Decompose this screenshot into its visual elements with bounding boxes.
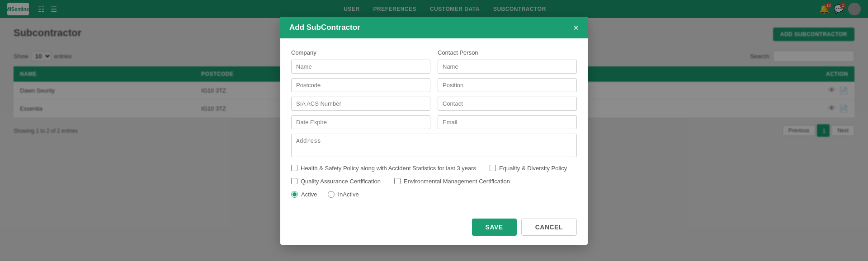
company-name-input[interactable] [291,60,430,74]
radio-inactive[interactable]: InActive [328,191,359,198]
sia-input[interactable] [291,97,430,111]
date-expire-input[interactable] [291,115,430,129]
modal-title: Add SubContractor [289,23,360,32]
checkbox-quality[interactable]: Quality Assurance Certification [291,178,381,185]
position-input[interactable] [438,78,577,92]
address-row [291,134,577,158]
checkbox-health-safety-input[interactable] [291,165,297,171]
company-label: Company [291,49,430,56]
checkbox-equality-input[interactable] [490,165,496,171]
checkbox-environmental-input[interactable] [394,178,401,184]
radio-active[interactable]: Active [291,191,317,198]
modal-overlay[interactable]: Add SubContractor × Company Contact Pers… [0,0,868,261]
email-input[interactable] [438,115,577,129]
checkbox-environmental[interactable]: Environmental Management Certification [394,178,510,185]
add-subcontractor-modal: Add SubContractor × Company Contact Pers… [280,17,588,245]
radio-inactive-label: InActive [338,191,359,198]
modal-body: Company Contact Person [280,38,588,214]
modal-close-button[interactable]: × [573,23,579,32]
modal-footer: SAVE CANCEL [280,214,588,245]
form-row-name [291,60,577,78]
radio-active-input[interactable] [291,191,298,198]
contact-input[interactable] [438,97,577,111]
cancel-button[interactable]: CANCEL [521,219,577,236]
form-row-postcode-position [291,78,577,97]
checkbox-health-safety[interactable]: Health & Safety Policy along with Accide… [291,165,476,172]
save-button[interactable]: SAVE [472,219,517,236]
checkbox-group: Health & Safety Policy along with Accide… [291,165,577,172]
address-input[interactable] [291,134,577,157]
contact-name-input[interactable] [438,60,577,74]
radio-inactive-input[interactable] [328,191,335,198]
checkbox-group-2: Quality Assurance Certification Environm… [291,178,577,185]
checkbox-health-safety-label: Health & Safety Policy along with Accide… [301,165,476,172]
checkbox-environmental-label: Environmental Management Certification [404,178,510,185]
form-row-labels: Company Contact Person [291,49,577,60]
form-row-date-email [291,115,577,134]
contact-label: Contact Person [438,49,577,56]
modal-header: Add SubContractor × [280,17,588,38]
postcode-input[interactable] [291,78,430,92]
checkbox-quality-label: Quality Assurance Certification [301,178,381,185]
checkbox-quality-input[interactable] [291,178,297,184]
status-radio-group: Active InActive [291,191,577,198]
form-row-sia-contact [291,97,577,115]
radio-active-label: Active [301,191,317,198]
checkbox-equality-label: Equality & Diversity Policy [499,165,567,172]
checkbox-equality[interactable]: Equality & Diversity Policy [490,165,567,172]
